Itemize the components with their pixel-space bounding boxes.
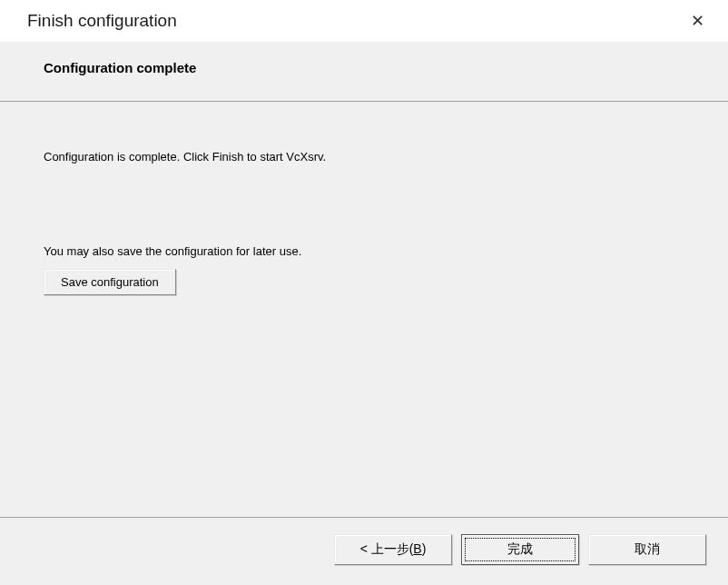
wizard-content: Configuration is complete. Click Finish … <box>0 102 728 518</box>
wizard-window: Finish configuration ✕ Configuration com… <box>0 0 728 585</box>
back-button-mnemonic: B <box>413 541 421 556</box>
close-icon[interactable]: ✕ <box>684 9 712 33</box>
back-button[interactable]: < 上一步(B) <box>334 534 452 565</box>
wizard-footer: < 上一步(B) 完成 取消 <box>0 518 728 585</box>
save-hint-message: You may also save the configuration for … <box>44 243 684 260</box>
finish-button[interactable]: 完成 <box>461 534 579 565</box>
back-button-suffix: ) <box>422 541 427 556</box>
completion-message: Configuration is complete. Click Finish … <box>44 149 684 165</box>
page-title: Configuration complete <box>44 60 701 75</box>
titlebar: Finish configuration ✕ <box>0 0 728 42</box>
back-button-prefix: < 上一步( <box>360 541 414 556</box>
cancel-button[interactable]: 取消 <box>588 534 706 565</box>
window-title: Finish configuration <box>27 11 177 31</box>
wizard-header: Configuration complete <box>0 42 728 102</box>
save-configuration-button[interactable]: Save configuration <box>44 269 176 295</box>
